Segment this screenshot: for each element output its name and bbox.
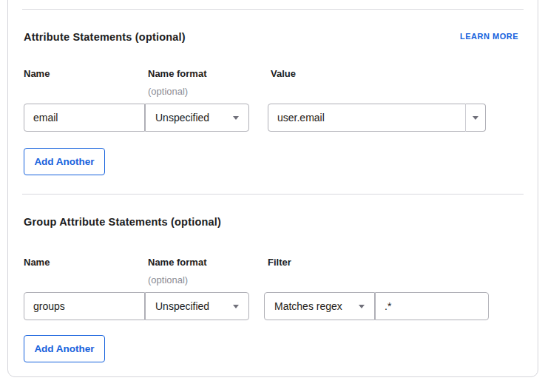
group-attribute-name-format-select[interactable]: Unspecified xyxy=(145,292,249,320)
chevron-down-icon xyxy=(233,116,239,120)
column-label-name-format: Name format xyxy=(148,257,206,268)
add-another-group-attribute-button[interactable]: Add Another xyxy=(24,335,105,362)
attribute-value-combo xyxy=(268,104,486,132)
attribute-value-dropdown-button[interactable] xyxy=(465,104,486,132)
column-label-name: Name xyxy=(24,68,50,79)
column-label-filter: Filter xyxy=(268,257,291,268)
attribute-name-input[interactable] xyxy=(24,104,145,132)
attribute-name-format-value: Unspecified xyxy=(155,112,209,124)
column-hint-optional: (optional) xyxy=(148,86,188,97)
column-label-value: Value xyxy=(271,68,296,79)
attribute-statements-panel: Attribute Statements (optional) LEARN MO… xyxy=(0,0,545,392)
group-attribute-filter-type-select[interactable]: Matches regex xyxy=(264,292,375,320)
column-label-name-format: Name format xyxy=(148,68,206,79)
group-attribute-row: Unspecified xyxy=(24,292,249,320)
group-attribute-name-input[interactable] xyxy=(24,292,145,320)
column-hint-optional: (optional) xyxy=(148,274,188,285)
group-attribute-name-format-value: Unspecified xyxy=(155,300,209,312)
settings-card xyxy=(7,0,538,377)
attribute-row: Unspecified xyxy=(24,104,249,132)
section-divider xyxy=(22,194,524,195)
chevron-down-icon xyxy=(233,305,239,308)
group-attribute-filter-value-input[interactable] xyxy=(375,292,489,320)
group-attribute-filter-type-value: Matches regex xyxy=(274,300,342,312)
attribute-name-format-select[interactable]: Unspecified xyxy=(145,104,249,132)
add-another-attribute-button[interactable]: Add Another xyxy=(24,148,105,175)
attribute-statements-heading: Attribute Statements (optional) xyxy=(24,31,186,43)
top-divider xyxy=(22,9,524,10)
learn-more-link[interactable]: LEARN MORE xyxy=(460,32,518,41)
attribute-value-input[interactable] xyxy=(268,104,466,132)
chevron-down-icon xyxy=(359,305,365,308)
group-attribute-statements-heading: Group Attribute Statements (optional) xyxy=(24,216,221,228)
column-label-name: Name xyxy=(24,257,50,268)
chevron-down-icon xyxy=(473,116,478,120)
group-attribute-filter-combo: Matches regex xyxy=(264,292,489,320)
